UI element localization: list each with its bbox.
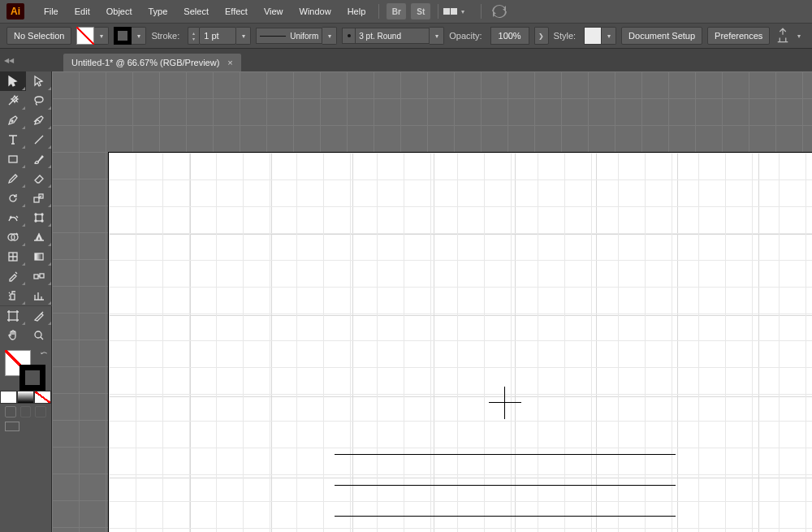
stock-button[interactable]: St (411, 3, 430, 19)
brush-preview-icon (342, 28, 355, 44)
svg-rect-14 (40, 274, 44, 278)
fill-color-dropdown[interactable]: ▾ (94, 27, 109, 45)
svg-point-0 (11, 120, 13, 122)
screen-mode-button[interactable] (5, 422, 19, 431)
slice-tool[interactable] (26, 306, 52, 326)
document-area[interactable] (52, 71, 812, 532)
color-mode-gradient[interactable] (17, 391, 34, 404)
graphic-style-dropdown[interactable]: ▾ (602, 27, 616, 45)
sync-settings-icon[interactable] (491, 3, 508, 19)
svg-point-7 (35, 220, 37, 222)
graphic-style-swatch[interactable] (584, 27, 602, 45)
drawn-line-3[interactable] (335, 516, 676, 517)
document-setup-button[interactable]: Document Setup (621, 27, 702, 45)
control-bar: No Selection ▾ ▾ Stroke: ▴▾ ▾ Uniform ▾ … (0, 23, 812, 49)
artboard[interactable] (109, 153, 812, 532)
pen-tool[interactable] (0, 110, 26, 130)
color-mode-none[interactable] (34, 391, 51, 404)
menu-file[interactable]: File (36, 0, 67, 23)
pencil-tool[interactable] (0, 169, 26, 188)
menu-window[interactable]: Window (292, 0, 339, 23)
swap-fill-stroke-button[interactable]: ⤺ (41, 348, 47, 357)
menu-help[interactable]: Help (339, 0, 374, 23)
hand-tool[interactable] (0, 326, 26, 345)
svg-rect-13 (34, 275, 38, 279)
svg-rect-2 (34, 197, 39, 202)
shape-builder-tool[interactable] (0, 227, 26, 247)
arrange-documents-button[interactable]: ▾ (443, 4, 476, 19)
rotate-tool[interactable] (0, 188, 26, 208)
svg-point-17 (35, 331, 41, 338)
blend-tool[interactable] (26, 266, 52, 286)
stroke-label: Stroke: (151, 31, 179, 41)
draw-normal[interactable] (5, 406, 16, 417)
direct-selection-tool[interactable] (26, 71, 52, 91)
bridge-button[interactable]: Br (387, 3, 406, 19)
stroke-color-dropdown[interactable]: ▾ (132, 27, 146, 45)
rectangle-tool[interactable] (0, 149, 26, 169)
perspective-grid-tool[interactable] (26, 227, 52, 247)
stroke-color-swatch[interactable] (114, 27, 132, 45)
menu-object[interactable]: Object (98, 0, 140, 23)
drawn-line-1[interactable] (335, 454, 676, 455)
menu-select[interactable]: Select (175, 0, 217, 23)
brush-definition-field[interactable]: 3 pt. Round (355, 28, 430, 44)
zoom-tool[interactable] (26, 326, 52, 345)
stroke-weight-stepper[interactable]: ▴▾ (188, 27, 199, 45)
type-tool[interactable] (0, 130, 26, 149)
crosshair-cursor (489, 387, 521, 419)
screen-mode-row (0, 420, 51, 433)
line-segment-tool[interactable] (26, 130, 52, 149)
opacity-field[interactable] (490, 27, 529, 45)
stroke-weight-field[interactable] (199, 27, 236, 45)
selection-tool[interactable] (0, 71, 26, 91)
selection-indicator[interactable]: No Selection (6, 27, 71, 45)
stroke-proxy[interactable] (19, 365, 45, 391)
gradient-tool[interactable] (26, 247, 52, 266)
svg-rect-1 (9, 156, 17, 162)
menu-edit[interactable]: Edit (67, 0, 98, 23)
svg-rect-15 (11, 294, 15, 300)
width-tool[interactable] (0, 208, 26, 227)
eraser-tool[interactable] (26, 169, 52, 188)
brush-dropdown[interactable]: ▾ (430, 27, 444, 45)
column-graph-tool[interactable] (26, 286, 52, 305)
eyedropper-tool[interactable] (0, 266, 26, 286)
opacity-dropdown[interactable]: ❯ (534, 27, 549, 45)
menu-separator (438, 4, 438, 19)
fill-color-swatch[interactable] (76, 27, 94, 45)
paintbrush-tool[interactable] (26, 149, 52, 169)
magic-wand-tool[interactable] (0, 91, 26, 110)
align-to-button[interactable] (775, 28, 791, 44)
draw-inside[interactable] (35, 406, 46, 417)
free-transform-tool[interactable] (26, 208, 52, 227)
document-tab-title: Untitled-1* @ 66.67% (RGB/Preview) (71, 58, 219, 67)
stroke-weight-dropdown[interactable]: ▾ (236, 27, 251, 45)
svg-point-8 (41, 220, 43, 222)
scale-tool[interactable] (26, 188, 52, 208)
svg-rect-12 (35, 253, 43, 260)
stroke-profile-field[interactable]: Uniform (256, 28, 322, 44)
menu-type[interactable]: Type (140, 0, 176, 23)
preferences-button[interactable]: Preferences (707, 27, 770, 45)
color-mode-solid[interactable] (0, 391, 17, 404)
collapse-panels-button[interactable]: ◀◀ (3, 49, 15, 71)
menu-view[interactable]: View (256, 0, 292, 23)
artboard-tool[interactable] (0, 306, 26, 326)
draw-mode-row (0, 404, 51, 420)
draw-behind[interactable] (20, 406, 32, 417)
stroke-profile-dropdown[interactable]: ▾ (322, 27, 337, 45)
close-tab-button[interactable]: × (227, 58, 232, 67)
drawn-line-2[interactable] (335, 485, 676, 486)
fill-stroke-control: ⤺ (0, 345, 52, 391)
artboard-grid (109, 153, 812, 532)
color-mode-row (0, 391, 51, 404)
mesh-tool[interactable] (0, 247, 26, 266)
curvature-tool[interactable] (26, 110, 52, 130)
symbol-sprayer-tool[interactable] (0, 286, 26, 305)
style-label: Style: (554, 31, 577, 41)
document-tab[interactable]: Untitled-1* @ 66.67% (RGB/Preview) × (63, 54, 241, 71)
align-dropdown[interactable]: ▾ (797, 32, 801, 40)
menu-effect[interactable]: Effect (217, 0, 256, 23)
lasso-tool[interactable] (26, 91, 52, 110)
